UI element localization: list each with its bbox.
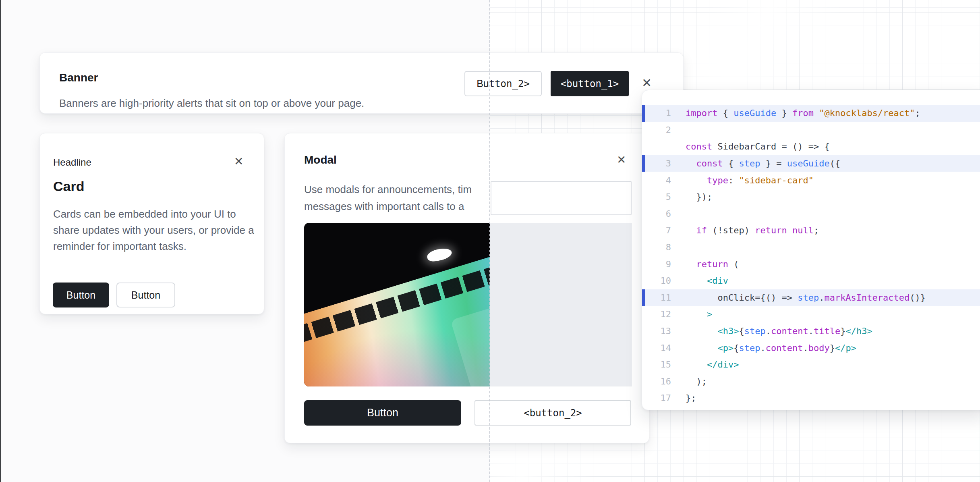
code-line: 8: [642, 239, 980, 256]
code-token: step: [798, 293, 819, 303]
code-token: ;: [915, 108, 920, 118]
code-token: >: [707, 309, 712, 319]
banner-description: Banners are high-priority alerts that si…: [59, 97, 364, 110]
code-text: onClick={() => step.markAsInteracted()}: [686, 293, 926, 303]
code-text: </div>: [686, 359, 739, 370]
code-line: 13 <h3>{step.content.title}</h3>: [642, 323, 980, 340]
line-number: 15: [642, 359, 671, 370]
code-line: 14 <p>{step.content.body}</p>: [642, 339, 980, 356]
banner-primary-button[interactable]: <button_1>: [551, 71, 629, 96]
card-secondary-button[interactable]: Button: [116, 283, 175, 307]
code-token: ()}: [910, 293, 926, 303]
laptop-deck-graphic: [304, 233, 490, 386]
code-token: .: [760, 343, 765, 353]
line-number: 7: [642, 225, 671, 235]
modal-component: Use modals for announcements, tim messag…: [284, 133, 649, 443]
banner-secondary-button[interactable]: Button_2>: [464, 71, 542, 96]
line-number: 11: [642, 293, 671, 303]
code-text: >: [686, 309, 712, 319]
code-token: onClick={() =>: [686, 293, 798, 303]
left-edge-line: [0, 0, 1, 482]
code-token: }: [840, 326, 845, 336]
card-primary-button[interactable]: Button: [53, 283, 109, 307]
line-number: 14: [642, 343, 671, 353]
code-token: import: [686, 108, 717, 118]
code-token: ({: [830, 158, 841, 168]
code-token: [686, 343, 717, 353]
code-token: step: [739, 343, 760, 353]
code-text: return (: [686, 259, 739, 269]
code-line: 9 return (: [642, 256, 980, 272]
code-token: </div>: [707, 359, 739, 370]
code-token: [686, 259, 696, 269]
code-token: }: [830, 343, 835, 353]
code-line: 6: [642, 206, 980, 222]
code-text: };: [686, 393, 696, 403]
code-token: };: [686, 393, 696, 403]
code-text: });: [686, 192, 712, 202]
code-line: 15 </div>: [642, 356, 980, 373]
code-token: [686, 175, 707, 185]
code-line: 4 type: "sidebar-card": [642, 172, 980, 189]
code-line: 10 <div: [642, 272, 980, 289]
line-number: 3: [642, 158, 671, 168]
code-token: {: [717, 108, 733, 118]
card-close-icon[interactable]: ✕: [234, 156, 243, 167]
code-token: [686, 309, 707, 319]
line-number: 1: [642, 108, 671, 118]
code-token: [686, 158, 696, 168]
code-text: type: "sidebar-card": [686, 175, 814, 185]
code-token: {: [723, 158, 739, 168]
code-line: 16 );: [642, 373, 980, 390]
card-component: Headline ✕ Card Cards can be embedded in…: [39, 133, 264, 314]
code-token: step: [744, 326, 766, 336]
code-token: return: [696, 259, 728, 269]
line-number: 13: [642, 326, 671, 336]
code-token: null: [792, 225, 814, 235]
card-body: Cards can be embedded into your UI to sh…: [53, 206, 257, 254]
code-token: [686, 225, 696, 235]
code-token: useGuide: [733, 108, 776, 118]
code-token: } =: [760, 158, 787, 168]
banner-close-icon[interactable]: ✕: [642, 77, 652, 89]
code-token: "@knocklabs/react": [819, 108, 915, 118]
code-line: 3 const { step } = useGuide({: [642, 155, 980, 172]
line-number: 5: [642, 192, 671, 202]
modal-wireframe-button[interactable]: <button_2>: [474, 400, 631, 426]
code-token: .: [766, 326, 771, 336]
line-number: 17: [642, 393, 671, 403]
code-text: <h3>{step.content.title}</h3>: [686, 326, 872, 336]
code-token: from: [792, 108, 814, 118]
code-text: import { useGuide } from "@knocklabs/rea…: [686, 108, 920, 118]
line-number: 16: [642, 376, 671, 386]
code-token: useGuide: [787, 158, 830, 168]
line-number: 8: [642, 242, 671, 252]
code-token: (!step): [707, 225, 755, 235]
wireframe-image-placeholder: [490, 223, 632, 386]
banner-component: Banner Banners are high-priority alerts …: [39, 52, 684, 114]
card-title: Card: [53, 179, 84, 194]
code-line: 11 onClick={() => step.markAsInteracted(…: [642, 289, 980, 306]
code-token: [814, 108, 819, 118]
code-text: const { step } = useGuide({: [686, 158, 840, 168]
code-line: 1import { useGuide } from "@knocklabs/re…: [642, 105, 980, 122]
line-highlight-bar: [642, 289, 645, 306]
code-token: .: [803, 343, 808, 353]
code-token: </p>: [835, 343, 856, 353]
code-line: 12 >: [642, 306, 980, 323]
code-token: title: [814, 326, 840, 336]
banner-title: Banner: [59, 71, 98, 84]
page-canvas: Banner Banners are high-priority alerts …: [0, 0, 980, 482]
code-lines: 1import { useGuide } from "@knocklabs/re…: [642, 105, 980, 407]
modal-title: Modal: [304, 154, 337, 166]
line-number: 6: [642, 209, 671, 219]
code-token: {: [733, 343, 739, 353]
modal-primary-button[interactable]: Button: [304, 400, 461, 426]
code-token: type: [707, 175, 728, 185]
code-token: .: [808, 326, 814, 336]
wireframe-text-placeholder: [491, 181, 632, 215]
code-text: if (!step) return null;: [686, 225, 819, 235]
code-token: step: [739, 158, 760, 168]
modal-close-icon[interactable]: ✕: [617, 154, 626, 166]
code-token: ;: [814, 225, 819, 235]
